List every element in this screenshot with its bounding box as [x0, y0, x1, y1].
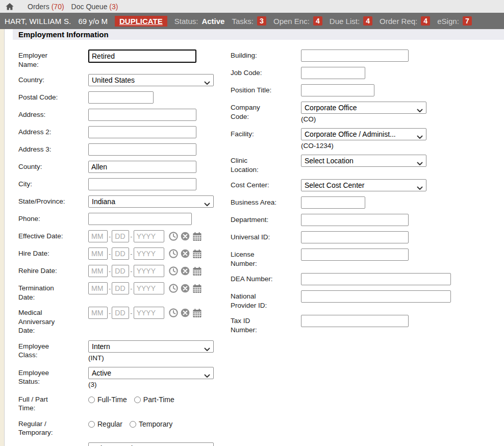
field-building: Building: — [231, 49, 504, 62]
hire-date-mm-input[interactable] — [88, 247, 108, 260]
field-country: Country: United States — [18, 74, 231, 86]
stat-open-enc-badge[interactable]: 4 — [313, 16, 322, 26]
clear-circle-icon[interactable] — [180, 231, 190, 241]
termination-date-dd-input[interactable] — [112, 282, 129, 294]
stat-tasks-badge[interactable]: 3 — [257, 16, 266, 26]
job-code-input[interactable] — [301, 67, 365, 79]
calendar-icon[interactable] — [192, 283, 203, 294]
dea-number-input[interactable] — [301, 273, 451, 285]
employer-name-input[interactable] — [88, 49, 196, 63]
clear-circle-icon[interactable] — [180, 283, 190, 293]
clear-circle-icon[interactable] — [180, 308, 190, 318]
facility-select[interactable]: Corporate Office / Administ... — [301, 128, 426, 140]
home-icon[interactable] — [5, 2, 14, 11]
calendar-icon[interactable] — [192, 231, 203, 242]
postal-code-input[interactable] — [88, 91, 154, 104]
medical-anniversary-date-yyyy-input[interactable] — [134, 307, 164, 319]
clock-icon[interactable] — [168, 249, 179, 259]
effective-date-dd-input[interactable] — [112, 230, 129, 242]
form-right-column: Building: Job Code: Position Title: Comp… — [231, 49, 504, 446]
rehire-date-yyyy-input[interactable] — [134, 265, 164, 277]
full-time-radio[interactable]: Full-Time — [88, 395, 127, 404]
effective-date-yyyy-input[interactable] — [134, 230, 164, 242]
clinic-location-select[interactable]: Select Location — [301, 155, 426, 167]
field-clinic-location: Clinic Location: Select Location — [231, 155, 504, 174]
field-city: City: — [18, 178, 231, 190]
county-label: County: — [18, 161, 88, 173]
business-area-input[interactable] — [301, 196, 365, 209]
state-province-select[interactable]: Indiana — [88, 195, 214, 208]
calendar-icon[interactable] — [192, 249, 203, 259]
department-input[interactable] — [301, 214, 409, 226]
national-provider-id-input[interactable] — [301, 290, 451, 303]
chevron-down-icon — [204, 200, 210, 208]
duplicate-badge[interactable]: DUPLICATE — [115, 16, 167, 27]
temporary-radio[interactable]: Temporary — [130, 420, 172, 428]
stat-esign-badge[interactable]: 7 — [463, 16, 472, 26]
employee-status-select[interactable]: Active — [88, 367, 214, 379]
employee-status-label: Employee Status: — [18, 368, 61, 386]
address-input[interactable] — [88, 109, 196, 121]
stat-due-list-badge[interactable]: 4 — [363, 16, 372, 26]
nav-link-doc-queue-label: Doc Queue — [71, 3, 108, 11]
medical-anniversary-date-mm-input[interactable] — [88, 307, 108, 319]
clear-circle-icon[interactable] — [180, 266, 190, 276]
cost-center-label: Cost Center: — [231, 179, 301, 191]
calendar-icon[interactable] — [192, 308, 203, 318]
license-number-input[interactable] — [301, 249, 409, 261]
city-input[interactable] — [88, 178, 196, 190]
job-code-label: Job Code: — [231, 67, 301, 79]
regular-radio[interactable]: Regular — [88, 420, 122, 428]
phone-input[interactable] — [88, 213, 192, 225]
employee-class-select[interactable]: Intern — [88, 340, 214, 353]
clock-icon[interactable] — [168, 308, 179, 318]
rehire-date-mm-input[interactable] — [88, 265, 108, 277]
hire-date-yyyy-input[interactable] — [134, 247, 164, 260]
work-location-label: Work Location: — [18, 442, 88, 446]
clock-icon[interactable] — [168, 231, 179, 241]
medical-anniversary-date-dd-input[interactable] — [112, 307, 129, 319]
field-facility: Facility: Corporate Office / Administ...… — [231, 128, 504, 150]
clear-circle-icon[interactable] — [180, 249, 190, 259]
termination-date-inputs: -- — [88, 282, 231, 294]
country-select[interactable]: United States — [88, 74, 214, 86]
rehire-date-dd-input[interactable] — [112, 265, 129, 277]
field-work-location: Work Location: Select Location — [18, 442, 231, 446]
work-location-select[interactable]: Select Location — [88, 442, 214, 446]
effective-date-mm-input[interactable] — [88, 230, 108, 242]
field-termination-date: Termination Date: -- — [18, 282, 231, 302]
hire-date-dd-input[interactable] — [112, 247, 129, 260]
section-header: Employment Information — [13, 29, 504, 40]
field-address2: Address 2: — [18, 126, 231, 138]
page-title: Employment Information — [18, 30, 109, 39]
nav-link-orders[interactable]: Orders (70) — [28, 3, 64, 11]
nav-link-orders-label: Orders — [28, 3, 49, 11]
cost-center-select[interactable]: Select Cost Center — [301, 179, 426, 191]
field-postal-code: Postal Code: — [18, 91, 231, 104]
address3-input[interactable] — [88, 143, 196, 156]
termination-date-mm-input[interactable] — [88, 282, 108, 294]
national-provider-id-label: National Provider ID: — [231, 292, 273, 310]
stat-esign: eSign: 7 — [437, 16, 472, 26]
stat-esign-label: eSign: — [437, 17, 459, 26]
field-cost-center: Cost Center: Select Cost Center — [231, 179, 504, 191]
building-input[interactable] — [301, 49, 409, 62]
universal-id-label: Universal ID: — [231, 231, 301, 243]
part-time-radio[interactable]: Part-Time — [134, 395, 174, 404]
calendar-icon[interactable] — [192, 266, 203, 277]
address2-input[interactable] — [88, 126, 196, 138]
field-state-province: State/Province: Indiana — [18, 195, 231, 208]
radio-circle-icon — [88, 421, 95, 428]
company-code-select[interactable]: Corporate Office — [301, 102, 426, 114]
tax-id-number-input[interactable] — [301, 315, 409, 327]
clock-icon[interactable] — [168, 283, 179, 293]
stat-due-list-label: Due List: — [330, 17, 360, 26]
universal-id-input[interactable] — [301, 231, 409, 243]
stat-order-req-badge[interactable]: 4 — [421, 16, 430, 26]
clock-icon[interactable] — [168, 266, 179, 276]
position-title-input[interactable] — [301, 84, 374, 96]
cost-center-select-value: Select Cost Center — [305, 181, 365, 189]
termination-date-yyyy-input[interactable] — [134, 282, 164, 294]
county-input[interactable] — [88, 161, 196, 173]
nav-link-doc-queue[interactable]: Doc Queue (3) — [71, 3, 118, 11]
